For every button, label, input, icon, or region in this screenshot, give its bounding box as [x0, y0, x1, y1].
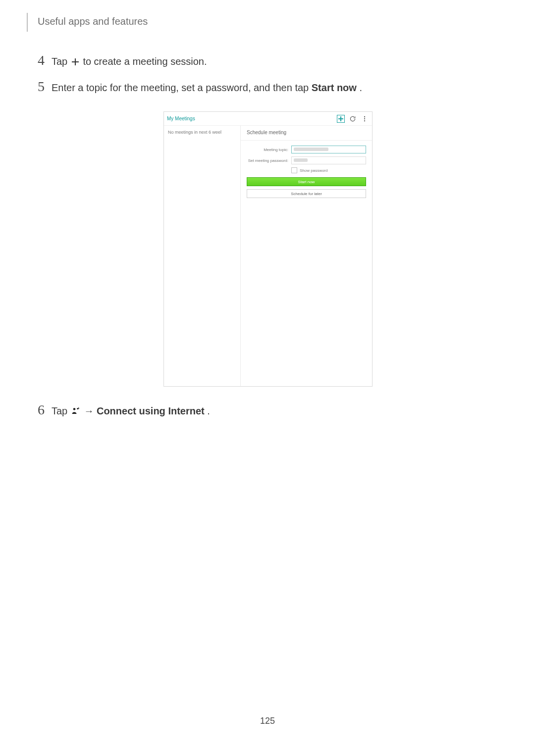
start-now-button[interactable]: Start now [247, 177, 366, 186]
step-text: Enter a topic for the meeting, set a pas… [52, 81, 362, 94]
no-meetings-text: No meetings in next 6 weel [168, 130, 236, 135]
app-topbar: My Meetings [164, 112, 372, 126]
refresh-button[interactable] [348, 114, 357, 123]
step-number: 4 [38, 52, 52, 68]
plus-icon [337, 115, 345, 123]
start-now-label: Start now [298, 180, 315, 184]
step-6: 6 Tap → Connect using Internet . [38, 402, 210, 418]
step5-pre: Enter a topic for the meeting, set a pas… [52, 82, 312, 93]
meetings-list-panel: No meetings in next 6 weel [164, 126, 241, 386]
step6-arrow: → [84, 405, 97, 416]
step-text: Tap → Connect using Internet . [52, 404, 210, 418]
svg-point-3 [73, 408, 76, 410]
step-text: Tap to create a meeting session. [52, 55, 207, 69]
svg-point-1 [364, 118, 365, 119]
show-password-row[interactable]: Show password [291, 167, 366, 173]
step6-bold: Connect using Internet [97, 405, 205, 416]
show-password-label: Show password [300, 168, 327, 173]
app-title: My Meetings [167, 116, 333, 121]
schedule-later-button[interactable]: Schedule for later [247, 189, 366, 198]
meeting-password-label: Set meeting password: [247, 158, 291, 163]
more-options-button[interactable] [360, 114, 369, 123]
meeting-password-input[interactable] [291, 156, 366, 164]
svg-point-0 [364, 116, 365, 117]
plus-icon [71, 56, 79, 69]
meeting-topic-row: Meeting topic: [247, 146, 366, 153]
section-header: Useful apps and features [38, 16, 148, 27]
step-number: 6 [38, 402, 52, 418]
step4-pre: Tap [52, 56, 70, 67]
step6-post: . [207, 405, 210, 416]
step5-bold: Start now [312, 82, 357, 93]
meeting-password-row: Set meeting password: [247, 156, 366, 164]
svg-point-2 [364, 120, 365, 121]
schedule-panel-title: Schedule meeting [247, 130, 366, 135]
step4-post: to create a meeting session. [83, 56, 207, 67]
step-number: 5 [38, 79, 52, 95]
schedule-later-label: Schedule for later [291, 192, 322, 196]
page-number: 125 [0, 716, 535, 726]
app-screenshot: My Meetings No meetings in next 6 weel S… [163, 111, 373, 387]
invite-people-icon [71, 405, 80, 418]
add-meeting-button[interactable] [336, 114, 345, 123]
step5-post: . [359, 82, 362, 93]
show-password-checkbox[interactable] [291, 167, 297, 173]
step-4: 4 Tap to create a meeting session. [38, 52, 483, 69]
steps-list: 4 Tap to create a meeting session. 5 Ent… [38, 52, 483, 104]
header-rule [27, 13, 28, 32]
meeting-topic-input[interactable] [291, 146, 366, 153]
schedule-panel: Schedule meeting Meeting topic: Set meet… [241, 126, 372, 386]
step6-pre: Tap [52, 405, 70, 416]
app-body: No meetings in next 6 weel Schedule meet… [164, 126, 372, 386]
meeting-topic-label: Meeting topic: [247, 148, 291, 152]
divider [241, 140, 372, 141]
step-5: 5 Enter a topic for the meeting, set a p… [38, 79, 483, 95]
